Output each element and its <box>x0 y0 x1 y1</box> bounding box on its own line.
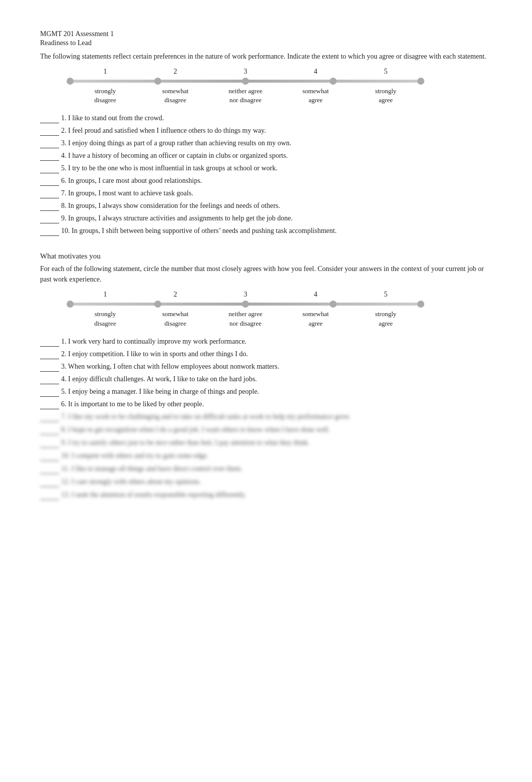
list-item: 9. In groups, I always structure activit… <box>40 213 492 223</box>
question-text: 5. I enjoy being a manager. I like being… <box>61 386 492 397</box>
list-item: 8. I hope to get recognition when I do a… <box>40 424 492 435</box>
answer-blank[interactable] <box>40 364 59 372</box>
list-item: 7. I like my work to be challenging and … <box>40 411 492 422</box>
scale2-dot-5 <box>417 301 424 308</box>
answer-blank[interactable] <box>40 401 59 409</box>
list-item: 6. It is important to me to be liked by … <box>40 399 492 409</box>
blurred-question-text: 9. I try to satisfy others just to be ni… <box>61 437 492 448</box>
list-item: 10. I compete with others and try to gai… <box>40 450 492 461</box>
answer-blank[interactable] <box>40 203 59 211</box>
answer-blank[interactable] <box>40 215 59 223</box>
scale2-num-4: 4 <box>281 291 351 299</box>
scale2-dot-1 <box>67 301 74 308</box>
answer-blank[interactable] <box>40 351 59 359</box>
scale2-bar-row <box>70 303 462 306</box>
list-item: 12. I care strongly with others about my… <box>40 476 492 487</box>
section2-header: What motivates you <box>40 252 492 260</box>
scale2-label-5: stronglyagree <box>351 310 421 328</box>
blurred-question-text: 7. I like my work to be challenging and … <box>61 411 492 422</box>
question-text: 6. It is important to me to be liked by … <box>61 399 492 409</box>
answer-blank <box>40 479 59 487</box>
scale-num-2: 2 <box>140 68 210 76</box>
list-item: 5. I try to be the one who is most influ… <box>40 163 492 173</box>
question-text: 2. I feel proud and satisfied when I inf… <box>61 125 492 136</box>
doc-title: MGMT 201 Assessment 1 <box>40 30 492 38</box>
answer-blank[interactable] <box>40 339 59 347</box>
answer-blank <box>40 427 59 435</box>
scale2-label-4: somewhatagree <box>281 310 351 328</box>
answer-blank[interactable] <box>40 128 59 136</box>
scale-label-1: stronglydisagree <box>70 87 140 105</box>
question-text: 7. In groups, I most want to achieve tas… <box>61 188 492 198</box>
list-item: 11. I like to manage all things and have… <box>40 463 492 474</box>
answer-blank[interactable] <box>40 153 59 161</box>
scale-num-4: 4 <box>281 68 351 76</box>
scale2-num-3: 3 <box>210 291 281 299</box>
scale-section-2: 1 2 3 4 5 stronglydisagree somewhatdisag… <box>40 291 492 328</box>
blurred-question-list: 7. I like my work to be challenging and … <box>40 411 492 500</box>
scale2-num-5: 5 <box>351 291 421 299</box>
list-item: 3. When working, I often chat with fello… <box>40 361 492 372</box>
scale-labels-1: stronglydisagree somewhatdisagree neithe… <box>70 87 492 105</box>
scale-numbers-1: 1 2 3 4 5 <box>70 68 492 76</box>
list-item: 10. In groups, I shift between being sup… <box>40 225 492 236</box>
list-item: 1. I work very hard to continually impro… <box>40 336 492 347</box>
scale-label-4: somewhatagree <box>281 87 351 105</box>
question-text: 3. When working, I often chat with fello… <box>61 361 492 372</box>
scale2-bar <box>70 303 421 306</box>
scale2-dot-2 <box>154 301 161 308</box>
list-item: 1. I like to stand out from the crowd. <box>40 113 492 123</box>
scale-numbers-2: 1 2 3 4 5 <box>70 291 492 299</box>
question-text: 6. In groups, I care most about good rel… <box>61 175 492 186</box>
question-text: 4. I enjoy difficult challenges. At work… <box>61 374 492 384</box>
section2-questions: 1. I work very hard to continually impro… <box>40 336 492 409</box>
list-item: 4. I enjoy difficult challenges. At work… <box>40 374 492 384</box>
answer-blank <box>40 466 59 474</box>
scale-labels-2: stronglydisagree somewhatdisagree neithe… <box>70 310 492 328</box>
answer-blank[interactable] <box>40 190 59 198</box>
answer-blank <box>40 492 59 500</box>
list-item: 3. I enjoy doing things as part of a gro… <box>40 138 492 148</box>
answer-blank[interactable] <box>40 228 59 236</box>
document: MGMT 201 Assessment 1 Readiness to Lead … <box>40 30 492 500</box>
blurred-question-text: 13. I seek the attention of results resp… <box>61 489 492 500</box>
question-text: 1. I work very hard to continually impro… <box>61 336 492 347</box>
list-item: 4. I have a history of becoming an offic… <box>40 150 492 161</box>
blurred-question-text: 8. I hope to get recognition when I do a… <box>61 424 492 435</box>
scale-dot-5 <box>417 78 424 85</box>
question-text: 3. I enjoy doing things as part of a gro… <box>61 138 492 148</box>
scale-dot-1 <box>67 78 74 85</box>
answer-blank[interactable] <box>40 140 59 148</box>
answer-blank[interactable] <box>40 376 59 384</box>
list-item: 2. I feel proud and satisfied when I inf… <box>40 125 492 136</box>
answer-blank[interactable] <box>40 165 59 173</box>
answer-blank[interactable] <box>40 389 59 397</box>
list-item: 13. I seek the attention of results resp… <box>40 489 492 500</box>
section1-questions: 1. I like to stand out from the crowd. 2… <box>40 113 492 236</box>
question-text: 2. I enjoy competition. I like to win in… <box>61 349 492 359</box>
question-text: 10. In groups, I shift between being sup… <box>61 225 492 236</box>
scale-num-5: 5 <box>351 68 421 76</box>
question-text: 9. In groups, I always structure activit… <box>61 213 492 223</box>
question-text: 1. I like to stand out from the crowd. <box>61 113 492 123</box>
scale2-dot-3 <box>242 301 249 308</box>
question-text: 5. I try to be the one who is most influ… <box>61 163 492 173</box>
doc-subtitle: Readiness to Lead <box>40 39 492 47</box>
scale-dot-4 <box>330 78 337 85</box>
scale-label-5: stronglyagree <box>351 87 421 105</box>
scale2-num-1: 1 <box>70 291 140 299</box>
blurred-questions-section: 7. I like my work to be challenging and … <box>40 411 492 500</box>
list-item: 6. In groups, I care most about good rel… <box>40 175 492 186</box>
list-item: 2. I enjoy competition. I like to win in… <box>40 349 492 359</box>
scale2-label-1: stronglydisagree <box>70 310 140 328</box>
scale-bar-row <box>70 80 462 83</box>
blurred-question-text: 10. I compete with others and try to gai… <box>61 450 492 461</box>
scale-section-1: 1 2 3 4 5 stronglydisagree somewhatdisag… <box>40 68 492 105</box>
scale2-num-2: 2 <box>140 291 210 299</box>
list-item: 5. I enjoy being a manager. I like being… <box>40 386 492 397</box>
answer-blank[interactable] <box>40 115 59 123</box>
list-item: 9. I try to satisfy others just to be ni… <box>40 437 492 448</box>
list-item: 8. In groups, I always show consideratio… <box>40 200 492 211</box>
answer-blank[interactable] <box>40 178 59 186</box>
scale-dot-3 <box>242 78 249 85</box>
